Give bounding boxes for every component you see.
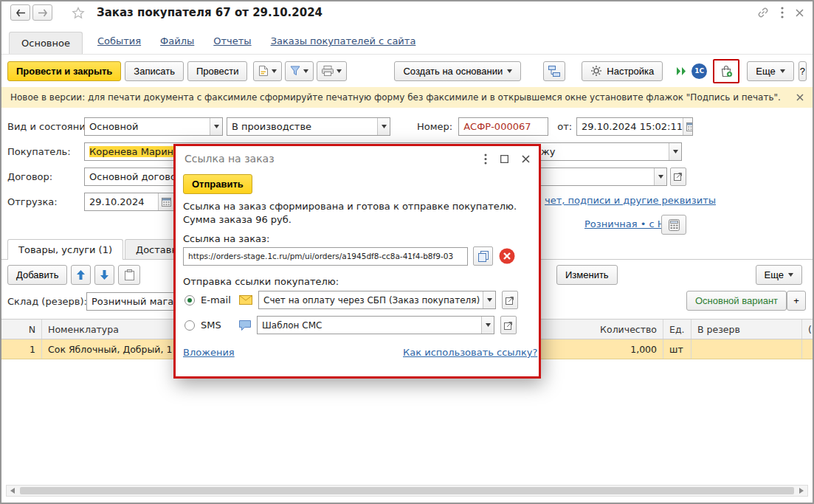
requisites-link[interactable]: чет, подписи и другие реквизиты [545,195,716,206]
open-contract-button[interactable] [670,168,686,186]
number-field[interactable]: АСФР-000067 [458,117,548,136]
tab-goods-services[interactable]: Товары, услуги (1) [7,239,123,260]
highlight-frame [713,59,739,83]
chevron-down-icon[interactable] [377,118,390,135]
help-button[interactable]: ? [799,61,807,81]
close-window-icon[interactable] [796,9,804,17]
add-row-button[interactable]: Добавить [7,265,67,285]
kebab-menu-icon[interactable] [781,7,784,18]
state-select[interactable]: В производстве [227,117,390,136]
shipment-label: Отгрузка: [7,196,84,207]
tab-events[interactable]: События [97,35,141,46]
document-actions-button[interactable] [253,61,282,81]
chevron-down-icon [303,69,308,73]
scroll-right-icon[interactable] [796,486,807,496]
warehouse-label: Склад (резерв): [7,296,86,307]
move-up-button[interactable] [71,265,91,285]
how-to-use-link[interactable]: Как использовать ссылку? [403,347,537,358]
settings-button[interactable]: Настройка [582,61,663,81]
email-template-select[interactable]: Счет на оплату через СБП (Заказ покупате… [258,291,496,309]
delete-circle-icon [498,247,516,265]
column-reserve[interactable]: В резерв [691,320,802,339]
calculator-icon [669,219,680,231]
cell-unit: шт [663,339,691,359]
arrow-down-icon [100,270,108,280]
move-down-button[interactable] [94,265,114,285]
edit-row-button[interactable]: Изменить [556,265,618,285]
chevron-down-icon [272,69,277,73]
email-radio[interactable] [184,295,195,305]
order-link-input[interactable]: https://orders-stage.1c.ru/pm/ui/orders/… [183,247,468,266]
print-button[interactable] [317,61,347,81]
table-toolbar: Добавить [7,265,140,285]
chevron-down-icon [507,69,512,73]
back-button[interactable] [10,4,30,21]
notice-text: Новое в версии: для печати документа с ф… [10,92,781,103]
related-documents-button[interactable] [543,61,565,81]
order-link-button[interactable] [715,61,737,81]
chevron-down-icon [788,273,793,277]
gear-icon [590,65,602,77]
column-quantity[interactable]: Количество [540,320,663,339]
favorite-star-icon[interactable] [72,7,85,19]
forward-button[interactable] [32,4,52,21]
attachments-link[interactable]: Вложения [183,347,235,358]
tab-reports[interactable]: Отчеты [213,35,251,46]
column-unit[interactable]: Ед. [663,320,691,339]
arrow-up-icon [77,270,85,280]
more-button[interactable]: Еще [747,61,793,81]
date-field[interactable]: 29.10.2024 15:02:11 [576,117,693,136]
header-row-shipment: Отгрузка: 29.10.2024 [7,192,174,211]
dialog-kebab-icon[interactable] [484,153,487,165]
chevron-down-icon[interactable] [481,317,494,334]
filter-button[interactable] [285,61,314,81]
horizontal-scrollbar[interactable] [6,485,808,497]
copy-link-button[interactable] [473,246,493,266]
chevron-down-icon[interactable] [210,118,222,135]
post-and-close-button[interactable]: Провести и закрыть [7,61,121,81]
chevron-down-icon[interactable] [669,143,681,160]
envelope-icon [239,295,252,305]
clipboard-button[interactable] [118,265,140,285]
notice-close-icon[interactable] [796,94,804,101]
open-sms-template-button[interactable] [500,316,517,334]
tab-site-orders[interactable]: Заказы покупателей с сайта [271,35,416,46]
tab-files[interactable]: Файлы [160,35,194,46]
open-email-template-button[interactable] [502,291,518,309]
version-notice: Новое в версии: для печати документа с ф… [1,87,813,108]
dialog-maximize-icon[interactable] [500,155,508,163]
kind-select[interactable]: Основной [84,117,223,136]
dialog-title: Ссылка на заказ [184,153,275,165]
calendar-icon[interactable] [683,118,693,135]
chevron-down-icon[interactable] [654,168,666,185]
sms-radio[interactable] [184,320,195,331]
scroll-left-icon[interactable] [7,486,18,496]
send-section-label: Отправка ссылки покупателю: [183,276,339,287]
dialog-close-icon[interactable] [522,155,530,163]
onec-service-button[interactable]: 1С [691,61,707,81]
variant-button[interactable]: Основной вариант [686,291,787,311]
column-n[interactable]: N [1,320,42,339]
column-partial[interactable]: ( [802,320,814,339]
sms-template-select[interactable]: Шаблон СМС [257,316,494,334]
write-button[interactable]: Записать [125,61,184,81]
header-row-kind: Вид и состояние: Основной В производстве… [7,117,693,136]
add-variant-button[interactable]: + [787,291,806,311]
table-more-button[interactable]: Еще [756,265,802,285]
scrollbar-thumb[interactable] [20,487,794,494]
shopping-bag-icon [720,65,733,77]
create-based-on-button[interactable]: Создать на основании [394,61,521,81]
exchange-button[interactable] [676,61,687,81]
prices-currency-button[interactable] [661,215,686,235]
dialog-status-line2: Сумма заказа 96 руб. [183,214,292,225]
calendar-icon[interactable] [158,193,173,210]
customer-text-fragment: жу [541,146,555,157]
send-link-button[interactable]: Отправить [183,174,252,194]
chevron-down-icon[interactable] [483,291,495,308]
order-link-label: Ссылка на заказ: [183,233,269,244]
delete-link-button[interactable] [498,247,516,265]
get-link-icon[interactable] [757,7,769,18]
shipment-date-field[interactable]: 29.10.2024 [84,193,174,211]
post-button[interactable]: Провести [187,61,248,81]
tab-main[interactable]: Основное [9,32,83,54]
